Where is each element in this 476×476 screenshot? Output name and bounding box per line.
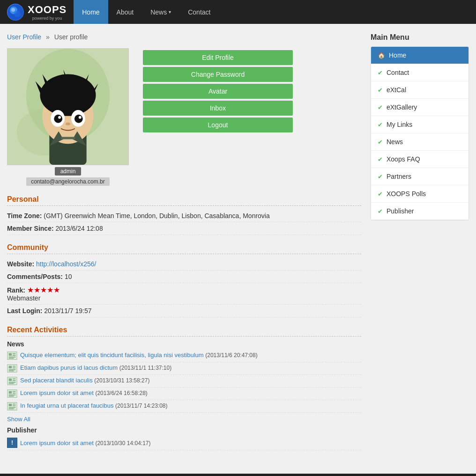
brand-name: XOOPS — [28, 4, 67, 15]
svg-rect-46 — [13, 391, 15, 392]
recent-activities-section: Recent Activities News Quisque elem — [7, 326, 361, 450]
content-area: User Profile » User profile — [7, 33, 361, 450]
svg-rect-43 — [9, 383, 14, 384]
avatar-section: admin contato@angelorocha.com.br — [7, 48, 129, 186]
svg-rect-28 — [13, 353, 15, 354]
comments-label: Comments/Posts: — [7, 273, 63, 280]
svg-rect-39 — [9, 379, 12, 381]
comments-field: Comments/Posts: 10 — [7, 271, 361, 283]
activity-date-2: (2013/11/1 11:37:10) — [119, 365, 171, 371]
svg-rect-40 — [13, 379, 15, 380]
check-icon: ✔ — [378, 87, 383, 94]
edit-profile-button[interactable]: Edit Profile — [143, 50, 293, 65]
sidebar-item-extcal[interactable]: ✔ eXtCal — [371, 81, 469, 99]
activity-date-1: (2013/11/6 20:47:08) — [205, 352, 257, 359]
change-password-button[interactable]: Change Password — [143, 67, 293, 82]
svg-rect-33 — [9, 366, 12, 368]
sidebar-item-mylinks[interactable]: ✔ My Links — [371, 116, 469, 133]
nav-news[interactable]: News ▾ — [142, 0, 179, 24]
sidebar-item-extgallery[interactable]: ✔ eXtGallery — [371, 99, 469, 116]
show-all-link[interactable]: Show All — [7, 416, 361, 423]
sidebar-item-news[interactable]: ✔ News — [371, 133, 469, 151]
svg-rect-25 — [61, 137, 75, 139]
svg-rect-29 — [13, 355, 15, 356]
rank-label: Rank: — [7, 286, 25, 294]
activity-news-icon — [7, 364, 17, 373]
activity-link-1[interactable]: Quisque elementum; elit quis tincidunt f… — [20, 352, 204, 359]
member-since-value: 2013/6/24 12:08 — [55, 225, 103, 232]
nav-about[interactable]: About — [108, 0, 142, 24]
publisher-date-1: (2013/10/30 14:04:17) — [95, 440, 150, 447]
personal-section: Personal Time Zone: (GMT) Greenwich Mean… — [7, 195, 361, 235]
personal-heading: Personal — [7, 195, 361, 204]
activity-news-icon — [7, 377, 17, 385]
nav-home[interactable]: Home — [74, 0, 108, 24]
website-label: Website: — [7, 260, 34, 268]
svg-rect-54 — [9, 407, 16, 408]
website-link[interactable]: http://localhost/x256/ — [36, 260, 96, 268]
sidebar-item-xoopspolls[interactable]: ✔ XOOPS Polls — [371, 185, 469, 203]
activity-link-2[interactable]: Etiam dapibus purus id lacus dictum — [20, 364, 118, 371]
recent-activities-heading: Recent Activities — [7, 326, 361, 334]
action-buttons: Edit Profile Change Password Avatar Inbo… — [143, 50, 361, 186]
activity-link-3[interactable]: Sed placerat blandit iaculis — [20, 377, 93, 384]
website-field: Website: http://localhost/x256/ — [7, 258, 361, 271]
svg-rect-41 — [13, 380, 15, 381]
avatar-button[interactable]: Avatar — [143, 84, 293, 99]
last-login-value: 2013/11/7 19:57 — [44, 307, 91, 315]
breadcrumb-link[interactable]: User Profile — [7, 33, 41, 41]
activity-item: Quisque elementum; elit quis tincidunt f… — [7, 350, 361, 362]
timezone-label: Time Zone: — [7, 212, 42, 220]
brand-logo[interactable]: XOOPS powered by you — [0, 4, 74, 21]
sidebar-title: Main Menu — [371, 33, 469, 42]
activity-item: Lorem ipsum dolor sit amet (2013/6/24 16… — [7, 388, 361, 400]
activity-news-icon — [7, 389, 17, 398]
personal-divider — [7, 205, 361, 206]
comments-value: 10 — [65, 273, 72, 280]
svg-rect-36 — [9, 369, 16, 370]
rank-stars: ★★★★★ — [27, 286, 60, 294]
activity-date-5: (2013/11/7 14:23:08) — [115, 403, 167, 409]
breadcrumb-current: User profile — [54, 33, 88, 41]
svg-rect-47 — [13, 393, 15, 394]
sidebar-item-contact[interactable]: ✔ Contact — [371, 64, 469, 81]
member-since-label: Member Since: — [7, 225, 54, 232]
sidebar-item-publisher[interactable]: ✔ Publisher — [371, 203, 469, 220]
svg-rect-34 — [13, 366, 15, 367]
check-icon: ✔ — [378, 69, 383, 76]
nav-contact[interactable]: Contact — [179, 0, 219, 24]
email-badge: contato@angelorocha.com.br — [26, 177, 110, 186]
community-divider — [7, 254, 361, 254]
activity-link-5[interactable]: In feugiat urna ut placerat faucibus — [20, 402, 113, 409]
sidebar-item-home[interactable]: 🏠 Home — [371, 47, 469, 64]
svg-point-2 — [14, 11, 21, 17]
last-login-label: Last Login: — [7, 307, 42, 315]
check-icon: ✔ — [378, 139, 383, 146]
main-container: User Profile » User profile — [0, 24, 476, 460]
logout-button[interactable]: Logout — [143, 117, 293, 132]
check-icon: ✔ — [378, 104, 383, 111]
svg-point-20 — [58, 116, 61, 119]
svg-point-21 — [79, 116, 82, 119]
svg-rect-51 — [9, 404, 12, 406]
navbar: XOOPS powered by you Home About News ▾ C… — [0, 0, 476, 24]
svg-rect-49 — [9, 396, 14, 397]
sidebar-item-partners[interactable]: ✔ Partners — [371, 168, 469, 185]
inbox-button[interactable]: Inbox — [143, 101, 293, 116]
sidebar: Main Menu 🏠 Home ✔ Contact ✔ eXtCal ✔ eX… — [371, 33, 469, 450]
activity-link-4[interactable]: Lorem ipsum dolor sit amet — [20, 389, 94, 396]
publisher-link-1[interactable]: Lorem ipsum dolor sit amet — [20, 439, 94, 447]
community-heading: Community — [7, 243, 361, 252]
activity-news-icon — [7, 352, 17, 360]
svg-rect-37 — [9, 371, 14, 372]
check-icon: ✔ — [378, 173, 383, 180]
svg-rect-52 — [13, 404, 15, 405]
svg-point-18 — [54, 115, 62, 123]
sidebar-item-xoopsfaq[interactable]: ✔ Xoops FAQ — [371, 151, 469, 168]
brand-sub: powered by you — [28, 16, 67, 21]
breadcrumb-separator: » — [46, 33, 50, 41]
timezone-field: Time Zone: (GMT) Greenwich Mean Time, Lo… — [7, 210, 361, 222]
activity-item: In feugiat urna ut placerat faucibus (20… — [7, 400, 361, 413]
activity-date-4: (2013/6/24 16:58:28) — [95, 390, 147, 396]
publisher-icon: ! — [7, 438, 17, 448]
